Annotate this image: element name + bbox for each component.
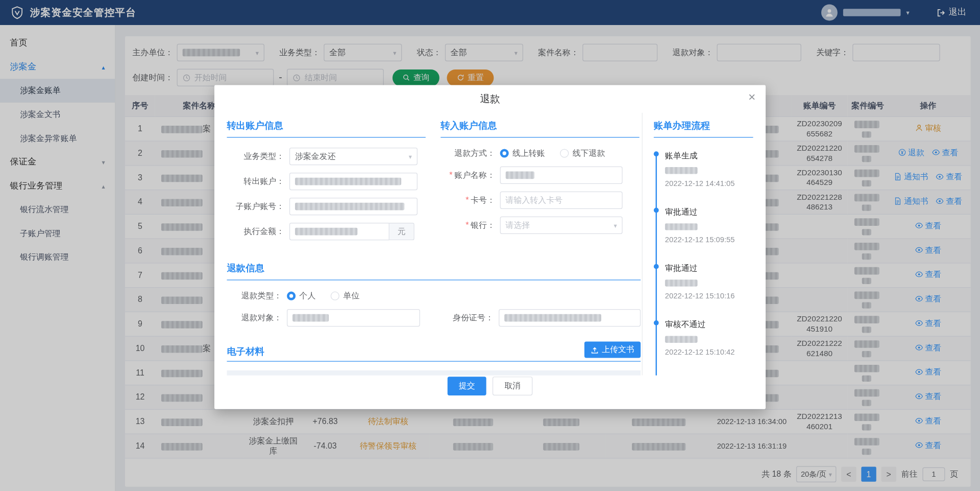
redacted-text (504, 314, 601, 322)
materials-section: 电子材料 上传文书 序号材料名称创建时间操作 (227, 334, 641, 376)
flow-step-time: 2022-12-12 15:09:55 (665, 235, 753, 244)
flow-step-time: 2022-12-12 15:10:42 (665, 348, 753, 357)
amount-input[interactable] (289, 223, 389, 240)
refund-form: 转出账户信息 业务类型： 涉案金发还▾ 转出账户： 子账户账号： (227, 112, 641, 375)
redacted-text (665, 167, 698, 174)
modal-footer: 提交 取消 (214, 376, 766, 409)
chevron-down-icon: ▾ (409, 153, 412, 159)
radio-dot (560, 149, 569, 157)
redacted-text (295, 228, 357, 236)
timeline-dot (654, 208, 659, 213)
bank-select[interactable]: 请选择▾ (500, 217, 623, 234)
account-name-input[interactable] (500, 167, 623, 184)
refund-info-section: 退款信息 退款类型： 个人单位 退款对象： 身份证号： (227, 255, 641, 327)
flow-step-time: 2022-12-12 15:10:16 (665, 292, 753, 300)
redacted-text (292, 314, 329, 322)
close-icon[interactable]: × (748, 91, 755, 103)
chevron-down-icon: ▾ (614, 222, 617, 228)
redacted-text (295, 178, 401, 185)
flow-step-name: 审核不通过 (665, 319, 753, 330)
materials-table-header: 序号材料名称创建时间操作 (227, 370, 641, 376)
sub-account-label: 子账户账号： (227, 201, 289, 212)
refund-type-label: 退款类型： (227, 290, 287, 301)
app-root: 涉案资金安全管控平台 ▾ 退出 首页涉案金▴涉案金账单涉案金文书涉案金异常账单保… (0, 0, 980, 491)
radio-dot (500, 149, 509, 157)
id-number-input[interactable] (499, 309, 641, 326)
transfer-out-title: 转出账户信息 (227, 112, 425, 137)
redacted-text (665, 336, 698, 343)
refund-method-radio-0[interactable]: 线上转账 (500, 148, 545, 159)
refund-type-radios: 个人单位 (287, 290, 374, 301)
flow-step-name: 审批通过 (665, 206, 753, 218)
refund-method-radio-1[interactable]: 线下退款 (560, 148, 605, 159)
card-number-input[interactable]: 请输入转入卡号 (500, 192, 623, 209)
redacted-text (665, 223, 698, 230)
flow-step-name: 审批通过 (665, 263, 753, 274)
redacted-text (665, 280, 698, 287)
id-number-label: 身份证号： (446, 312, 499, 323)
transfer-out-section: 转出账户信息 业务类型： 涉案金发还▾ 转出账户： 子账户账号： (227, 112, 425, 247)
card-number-label: 卡号： (440, 195, 500, 206)
refund-type-radio-0[interactable]: 个人 (287, 290, 315, 301)
flow-step-time: 2022-12-12 14:41:05 (665, 179, 753, 188)
timeline-dot (654, 264, 659, 269)
upload-document-button[interactable]: 上传文书 (584, 342, 641, 358)
account-name-label: 账户名称： (440, 170, 500, 181)
flow-step: 审核不通过2022-12-12 15:10:42 (665, 319, 753, 356)
refund-modal: 退款 × 转出账户信息 业务类型： 涉案金发还▾ 转出账户： (214, 85, 766, 409)
flow-step: 审批通过2022-12-12 15:10:16 (665, 263, 753, 300)
cancel-button[interactable]: 取消 (493, 377, 532, 395)
sub-account-input[interactable] (289, 198, 418, 215)
select-value: 涉案金发还 (295, 151, 336, 162)
flow-step: 账单生成2022-12-12 14:41:05 (665, 150, 753, 188)
business-type-label: 业务类型： (227, 151, 289, 162)
out-account-label: 转出账户： (227, 176, 289, 187)
refund-target-label: 退款对象： (227, 312, 287, 323)
redacted-text (506, 172, 534, 179)
transfer-in-title: 转入账户信息 (440, 112, 639, 137)
transfer-out-account-input[interactable] (289, 173, 418, 190)
redacted-text (295, 203, 404, 211)
amount-label: 执行金额： (227, 226, 289, 237)
card-number-placeholder: 请输入转入卡号 (506, 195, 562, 206)
upload-label: 上传文书 (602, 344, 634, 355)
bank-label: 银行： (440, 220, 500, 231)
process-flow-panel: 账单办理流程 账单生成2022-12-12 14:41:05审批通过2022-1… (642, 112, 753, 375)
flow-step: 审批通过2022-12-12 15:09:55 (665, 206, 753, 244)
refund-method-label: 退款方式： (440, 148, 500, 159)
flow-timeline: 账单生成2022-12-12 14:41:05审批通过2022-12-12 15… (654, 150, 753, 376)
upload-icon (591, 346, 599, 354)
modal-body: 转出账户信息 业务类型： 涉案金发还▾ 转出账户： 子账户账号： (214, 112, 766, 375)
refund-type-radio-1[interactable]: 单位 (331, 290, 359, 301)
amount-unit: 元 (389, 223, 414, 240)
flow-title: 账单办理流程 (654, 112, 753, 137)
submit-button[interactable]: 提交 (448, 377, 486, 395)
bank-placeholder: 请选择 (506, 220, 530, 231)
materials-title: 电子材料 (227, 346, 264, 358)
modal-title: 退款 (480, 92, 500, 106)
flow-step-name: 账单生成 (665, 150, 753, 161)
refund-method-radios: 线上转账线下退款 (500, 148, 620, 159)
business-type-select[interactable]: 涉案金发还▾ (289, 148, 418, 165)
radio-dot (287, 292, 296, 300)
transfer-in-section: 转入账户信息 退款方式： 线上转账线下退款 账户名称： 卡号： 请输入转入卡号 (440, 112, 639, 247)
timeline-dot (654, 320, 659, 325)
modal-header: 退款 × (214, 85, 766, 113)
refund-target-input[interactable] (287, 309, 420, 326)
radio-dot (331, 292, 339, 300)
timeline-dot (654, 151, 659, 156)
refund-info-title: 退款信息 (227, 255, 641, 280)
